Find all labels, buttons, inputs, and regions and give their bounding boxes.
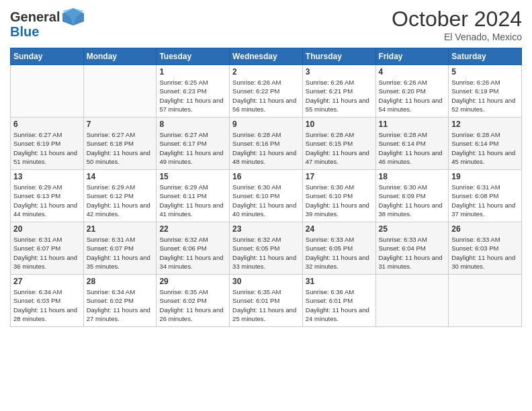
sunset-text: Sunset: 6:10 PM xyxy=(306,192,353,199)
day-number: 26 xyxy=(451,224,519,234)
calendar-cell: 3 Sunrise: 6:26 AM Sunset: 6:21 PM Dayli… xyxy=(302,65,375,118)
month-year-title: October 2024 xyxy=(392,7,522,32)
day-info: Sunrise: 6:33 AM Sunset: 6:05 PM Dayligh… xyxy=(306,235,373,271)
calendar-cell xyxy=(11,65,84,118)
daylight-text: Daylight: 11 hours and 47 minutes. xyxy=(306,149,369,165)
calendar-cell: 20 Sunrise: 6:31 AM Sunset: 6:07 PM Dayl… xyxy=(11,222,84,275)
sunrise-text: Sunrise: 6:29 AM xyxy=(159,183,208,191)
day-number: 3 xyxy=(306,67,373,77)
day-number: 31 xyxy=(306,277,373,286)
calendar-week-row: 13 Sunrise: 6:29 AM Sunset: 6:13 PM Dayl… xyxy=(11,170,522,222)
sunset-text: Sunset: 6:02 PM xyxy=(159,297,206,304)
sunset-text: Sunset: 6:19 PM xyxy=(451,87,498,95)
sunset-text: Sunset: 6:18 PM xyxy=(87,140,134,147)
day-number: 8 xyxy=(159,120,226,129)
day-number: 28 xyxy=(87,277,154,286)
calendar-cell: 10 Sunrise: 6:28 AM Sunset: 6:15 PM Dayl… xyxy=(302,118,375,170)
daylight-text: Daylight: 11 hours and 57 minutes. xyxy=(159,97,223,113)
calendar-cell xyxy=(375,275,449,327)
day-number: 21 xyxy=(87,224,154,234)
col-saturday: Saturday xyxy=(449,48,522,65)
sunrise-text: Sunrise: 6:27 AM xyxy=(87,131,135,138)
day-info: Sunrise: 6:29 AM Sunset: 6:12 PM Dayligh… xyxy=(87,183,154,218)
day-info: Sunrise: 6:27 AM Sunset: 6:17 PM Dayligh… xyxy=(159,130,226,166)
sunrise-text: Sunrise: 6:25 AM xyxy=(159,79,208,86)
daylight-text: Daylight: 11 hours and 26 minutes. xyxy=(159,306,223,322)
day-info: Sunrise: 6:26 AM Sunset: 6:19 PM Dayligh… xyxy=(451,78,519,113)
day-number: 10 xyxy=(306,120,373,129)
sunrise-text: Sunrise: 6:28 AM xyxy=(232,131,281,138)
day-number: 7 xyxy=(87,120,154,129)
sunset-text: Sunset: 6:11 PM xyxy=(159,192,206,199)
day-info: Sunrise: 6:31 AM Sunset: 6:08 PM Dayligh… xyxy=(451,183,519,218)
day-info: Sunrise: 6:34 AM Sunset: 6:03 PM Dayligh… xyxy=(13,287,81,323)
calendar-cell: 6 Sunrise: 6:27 AM Sunset: 6:19 PM Dayli… xyxy=(11,118,84,170)
day-info: Sunrise: 6:32 AM Sunset: 6:05 PM Dayligh… xyxy=(232,235,300,271)
calendar-cell: 9 Sunrise: 6:28 AM Sunset: 6:16 PM Dayli… xyxy=(230,118,303,170)
sunrise-text: Sunrise: 6:29 AM xyxy=(13,183,62,191)
calendar-cell xyxy=(83,65,157,118)
sunset-text: Sunset: 6:16 PM xyxy=(232,140,279,147)
day-info: Sunrise: 6:26 AM Sunset: 6:22 PM Dayligh… xyxy=(232,78,300,113)
day-info: Sunrise: 6:29 AM Sunset: 6:11 PM Dayligh… xyxy=(159,183,226,218)
calendar-cell: 4 Sunrise: 6:26 AM Sunset: 6:20 PM Dayli… xyxy=(375,65,449,118)
calendar-cell: 1 Sunrise: 6:25 AM Sunset: 6:23 PM Dayli… xyxy=(157,65,230,118)
sunrise-text: Sunrise: 6:32 AM xyxy=(159,236,208,243)
daylight-text: Daylight: 11 hours and 32 minutes. xyxy=(306,254,369,270)
daylight-text: Daylight: 11 hours and 51 minutes. xyxy=(13,149,77,165)
calendar-week-row: 20 Sunrise: 6:31 AM Sunset: 6:07 PM Dayl… xyxy=(11,222,522,275)
logo: General Blue xyxy=(10,7,87,40)
day-info: Sunrise: 6:28 AM Sunset: 6:14 PM Dayligh… xyxy=(451,130,519,166)
calendar-cell: 27 Sunrise: 6:34 AM Sunset: 6:03 PM Dayl… xyxy=(11,275,84,327)
sunrise-text: Sunrise: 6:31 AM xyxy=(451,183,500,191)
day-info: Sunrise: 6:35 AM Sunset: 6:01 PM Dayligh… xyxy=(232,287,300,323)
day-number: 11 xyxy=(379,120,446,129)
day-info: Sunrise: 6:36 AM Sunset: 6:01 PM Dayligh… xyxy=(306,287,373,323)
sunset-text: Sunset: 6:05 PM xyxy=(306,244,353,252)
day-info: Sunrise: 6:28 AM Sunset: 6:14 PM Dayligh… xyxy=(379,130,446,166)
sunrise-text: Sunrise: 6:30 AM xyxy=(306,183,354,191)
calendar-cell: 25 Sunrise: 6:33 AM Sunset: 6:04 PM Dayl… xyxy=(375,222,449,275)
daylight-text: Daylight: 11 hours and 42 minutes. xyxy=(87,201,150,218)
day-number: 5 xyxy=(451,67,519,77)
sunset-text: Sunset: 6:15 PM xyxy=(306,140,353,147)
day-number: 25 xyxy=(379,224,446,234)
sunset-text: Sunset: 6:10 PM xyxy=(232,192,279,199)
sunrise-text: Sunrise: 6:28 AM xyxy=(306,131,354,138)
calendar-cell: 28 Sunrise: 6:34 AM Sunset: 6:02 PM Dayl… xyxy=(83,275,157,327)
sunset-text: Sunset: 6:03 PM xyxy=(451,244,498,252)
logo-blue-text: Blue xyxy=(10,24,39,40)
sunrise-text: Sunrise: 6:33 AM xyxy=(306,236,354,243)
sunrise-text: Sunrise: 6:35 AM xyxy=(159,288,208,295)
sunrise-text: Sunrise: 6:30 AM xyxy=(379,183,427,191)
day-number: 9 xyxy=(232,120,300,129)
day-info: Sunrise: 6:27 AM Sunset: 6:19 PM Dayligh… xyxy=(13,130,81,166)
sunrise-text: Sunrise: 6:32 AM xyxy=(232,236,281,243)
sunset-text: Sunset: 6:13 PM xyxy=(13,192,60,199)
header: General Blue October 2024 El Venado, Mex… xyxy=(10,7,522,42)
day-number: 15 xyxy=(159,172,226,181)
sunset-text: Sunset: 6:17 PM xyxy=(159,140,206,147)
day-number: 1 xyxy=(159,67,226,77)
daylight-text: Daylight: 11 hours and 48 minutes. xyxy=(232,149,296,165)
daylight-text: Daylight: 11 hours and 35 minutes. xyxy=(87,254,150,270)
day-info: Sunrise: 6:25 AM Sunset: 6:23 PM Dayligh… xyxy=(159,78,226,113)
calendar-cell: 16 Sunrise: 6:30 AM Sunset: 6:10 PM Dayl… xyxy=(230,170,303,222)
calendar-cell: 21 Sunrise: 6:31 AM Sunset: 6:07 PM Dayl… xyxy=(83,222,157,275)
daylight-text: Daylight: 11 hours and 55 minutes. xyxy=(306,97,369,113)
sunset-text: Sunset: 6:21 PM xyxy=(306,87,353,95)
calendar-week-row: 27 Sunrise: 6:34 AM Sunset: 6:03 PM Dayl… xyxy=(11,275,522,327)
daylight-text: Daylight: 11 hours and 39 minutes. xyxy=(306,201,369,218)
sunset-text: Sunset: 6:05 PM xyxy=(232,244,279,252)
daylight-text: Daylight: 11 hours and 27 minutes. xyxy=(87,306,150,322)
daylight-text: Daylight: 11 hours and 49 minutes. xyxy=(159,149,223,165)
col-friday: Friday xyxy=(375,48,449,65)
daylight-text: Daylight: 11 hours and 40 minutes. xyxy=(232,201,296,218)
calendar-cell: 29 Sunrise: 6:35 AM Sunset: 6:02 PM Dayl… xyxy=(157,275,230,327)
daylight-text: Daylight: 11 hours and 34 minutes. xyxy=(159,254,223,270)
sunset-text: Sunset: 6:20 PM xyxy=(379,87,426,95)
day-number: 4 xyxy=(379,67,446,77)
calendar-header-row: Sunday Monday Tuesday Wednesday Thursday… xyxy=(11,48,522,65)
daylight-text: Daylight: 11 hours and 54 minutes. xyxy=(379,97,443,113)
calendar-cell: 15 Sunrise: 6:29 AM Sunset: 6:11 PM Dayl… xyxy=(157,170,230,222)
